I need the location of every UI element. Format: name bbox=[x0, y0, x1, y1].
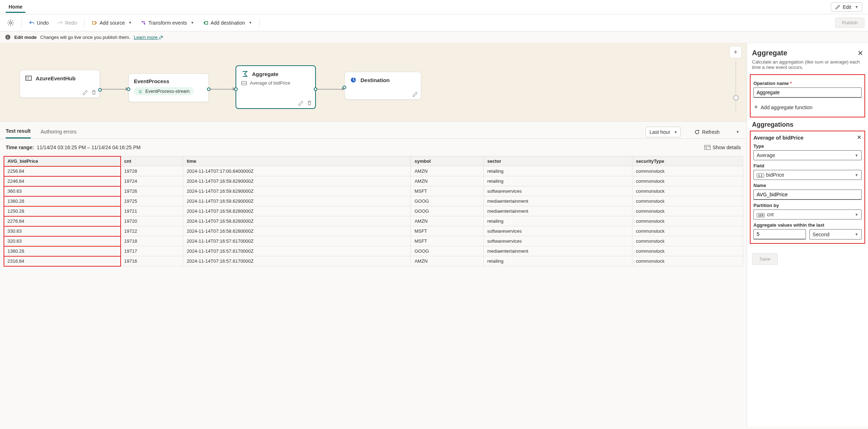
table-cell: commonstock bbox=[632, 196, 743, 206]
column-header[interactable]: AVG_bidPrice bbox=[4, 156, 121, 166]
refresh-label: Refresh bbox=[702, 129, 720, 135]
column-header[interactable]: securityType bbox=[632, 156, 743, 166]
transform-label: Transform events bbox=[148, 20, 187, 26]
table-row[interactable]: 2276.84197202024-11-14T07:16:58.6280000Z… bbox=[4, 216, 743, 226]
table-row[interactable]: 2246.84197242024-11-14T07:16:59.6290000Z… bbox=[4, 176, 743, 186]
tab-authoring-errors[interactable]: Authoring errors bbox=[41, 126, 76, 138]
add-dest-icon bbox=[203, 20, 208, 26]
tab-home[interactable]: Home bbox=[6, 1, 25, 13]
table-cell: 2024-11-14T07:16:57.6170000Z bbox=[183, 256, 411, 266]
table-row[interactable]: 1360.28197172024-11-14T07:16:57.6170000Z… bbox=[4, 246, 743, 256]
flow-canvas[interactable]: + AzureEventHub bbox=[0, 43, 747, 122]
settings-button[interactable] bbox=[4, 17, 18, 29]
table-cell: retailing bbox=[484, 216, 632, 226]
pencil-icon[interactable] bbox=[412, 91, 418, 97]
sigma-icon bbox=[241, 70, 248, 77]
table-cell: commonstock bbox=[632, 206, 743, 216]
transform-icon bbox=[141, 20, 146, 26]
table-cell: GOOG bbox=[411, 206, 484, 216]
pencil-icon[interactable] bbox=[298, 100, 304, 106]
learn-more-label: Learn more bbox=[134, 35, 157, 40]
column-header[interactable]: sector bbox=[484, 156, 632, 166]
field-select[interactable]: 1.1bidPrice ▼ bbox=[753, 170, 862, 180]
table-row[interactable]: 1360.28197252024-11-14T07:16:59.6290000Z… bbox=[4, 196, 743, 206]
window-value-input[interactable] bbox=[753, 229, 806, 239]
table-row[interactable]: 330.63197222024-11-14T07:16:58.6280000ZM… bbox=[4, 226, 743, 236]
svg-rect-7 bbox=[26, 76, 31, 80]
node-azure-event-hub[interactable]: AzureEventHub bbox=[20, 70, 100, 98]
svg-text:i: i bbox=[7, 35, 8, 39]
table-cell: MSFT bbox=[411, 226, 484, 236]
table-cell: 2024-11-14T07:16:58.6280000Z bbox=[183, 206, 411, 216]
publish-button: Publish bbox=[835, 17, 864, 28]
partition-select[interactable]: 123cnt ▼ bbox=[753, 210, 862, 219]
trash-icon[interactable] bbox=[91, 90, 97, 95]
table-row[interactable]: 360.63197262024-11-14T07:16:59.6290000ZM… bbox=[4, 186, 743, 196]
chevron-down-icon: ▼ bbox=[855, 173, 858, 177]
column-header[interactable]: time bbox=[183, 156, 411, 166]
chevron-down-icon: ▼ bbox=[191, 21, 194, 25]
show-details-button[interactable]: Show details bbox=[704, 145, 741, 150]
table-row[interactable]: 2256.84197282024-11-14T07:17:00.6400000Z… bbox=[4, 166, 743, 176]
window-unit-select[interactable]: Second ▼ bbox=[809, 229, 862, 239]
table-cell: softwareservices bbox=[484, 186, 632, 196]
edit-button[interactable]: Edit ▼ bbox=[831, 2, 862, 12]
add-dest-label: Add destination bbox=[211, 20, 245, 26]
svg-point-8 bbox=[27, 77, 27, 78]
table-cell: 1360.28 bbox=[4, 246, 121, 256]
node-destination[interactable]: Destination bbox=[344, 72, 421, 100]
trash-icon[interactable] bbox=[307, 100, 312, 106]
type-select[interactable]: Average ▼ bbox=[753, 150, 862, 160]
aggregation-title: Average of bidPrice bbox=[753, 135, 803, 141]
refresh-button[interactable]: Refresh bbox=[691, 127, 723, 137]
field-value: bidPrice bbox=[766, 172, 784, 178]
undo-button[interactable]: Undo bbox=[25, 18, 52, 28]
table-row[interactable]: 320.63197182024-11-14T07:16:57.6170000ZM… bbox=[4, 236, 743, 246]
window-unit-value: Second bbox=[813, 232, 829, 237]
zoom-slider-knob[interactable] bbox=[733, 95, 739, 101]
table-cell: commonstock bbox=[632, 176, 743, 186]
add-node-button[interactable]: + bbox=[730, 46, 742, 58]
add-source-button[interactable]: Add source ▼ bbox=[88, 18, 136, 28]
add-destination-button[interactable]: Add destination ▼ bbox=[199, 18, 256, 28]
table-row[interactable]: 2316.84197162024-11-14T07:16:57.6170000Z… bbox=[4, 256, 743, 266]
transform-events-button[interactable]: Transform events ▼ bbox=[137, 18, 198, 28]
node-aggregate[interactable]: Aggregate Average of bidPrice bbox=[236, 65, 316, 109]
learn-more-link[interactable]: Learn more bbox=[134, 35, 163, 40]
field-type-badge: 1.1 bbox=[757, 173, 764, 178]
partition-type-badge: 123 bbox=[757, 213, 765, 217]
op-name-input[interactable] bbox=[753, 87, 862, 98]
column-header[interactable]: cnt bbox=[121, 156, 183, 166]
table-cell: commonstock bbox=[632, 236, 743, 246]
name-input[interactable] bbox=[753, 190, 862, 200]
add-aggregate-function-button[interactable]: + Add aggregate function bbox=[753, 101, 862, 113]
close-icon[interactable]: ✕ bbox=[858, 49, 863, 57]
close-icon[interactable]: ✕ bbox=[857, 134, 862, 141]
chevron-down-icon[interactable]: ▼ bbox=[735, 128, 741, 136]
details-label: Show details bbox=[713, 145, 741, 150]
aggregate-panel: Aggregate ✕ Calculate an aggregation (li… bbox=[747, 43, 868, 427]
time-range-select[interactable]: Last hour ▼ bbox=[646, 127, 681, 137]
table-cell: 1250.28 bbox=[4, 206, 121, 216]
node-event-process[interactable]: EventProcess EventProcess-stream bbox=[128, 74, 209, 102]
table-row[interactable]: 1250.28197212024-11-14T07:16:58.6280000Z… bbox=[4, 206, 743, 216]
pencil-icon[interactable] bbox=[82, 90, 88, 95]
undo-icon bbox=[29, 20, 35, 26]
table-cell: retailing bbox=[484, 256, 632, 266]
undo-label: Undo bbox=[37, 20, 49, 26]
pencil-icon bbox=[835, 4, 841, 10]
aggregations-heading: Aggregations bbox=[752, 121, 863, 128]
table-cell: 2024-11-14T07:16:59.6290000Z bbox=[183, 196, 411, 206]
plus-icon: + bbox=[754, 104, 758, 111]
table-cell: 19725 bbox=[121, 196, 183, 206]
column-header[interactable]: symbol bbox=[411, 156, 484, 166]
svg-point-9 bbox=[28, 77, 29, 78]
tab-test-result[interactable]: Test result bbox=[6, 125, 31, 138]
op-name-label: Operation name bbox=[753, 81, 789, 86]
external-link-icon bbox=[159, 35, 163, 40]
destination-icon bbox=[350, 76, 357, 84]
table-cell: GOOG bbox=[411, 196, 484, 206]
table-cell: retailing bbox=[484, 176, 632, 186]
table-cell: commonstock bbox=[632, 256, 743, 266]
type-label: Type bbox=[753, 143, 862, 149]
